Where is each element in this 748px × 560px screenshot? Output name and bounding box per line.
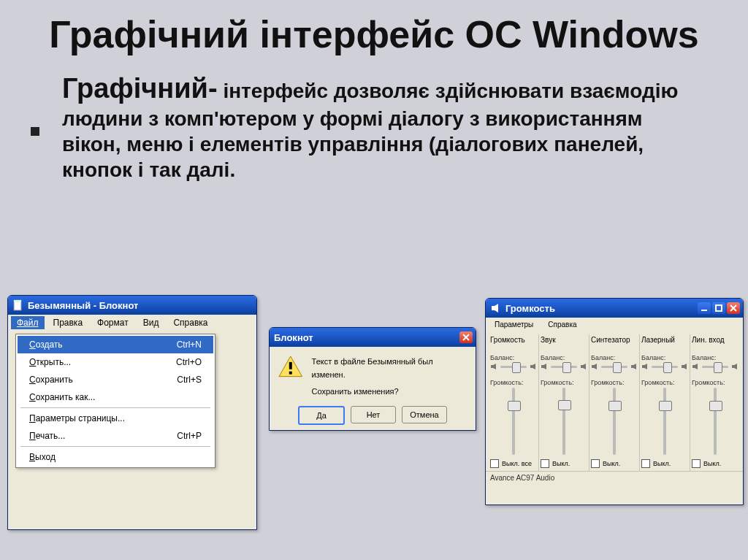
mixer-menu-options[interactable]: Параметры (489, 319, 539, 330)
volume-slider[interactable] (541, 388, 587, 455)
svg-rect-31 (732, 365, 734, 368)
volume-slider[interactable] (692, 388, 739, 455)
close-icon[interactable] (459, 331, 473, 343)
menu-item[interactable]: Открыть...Ctrl+O (18, 353, 213, 371)
balance-slider[interactable] (641, 363, 688, 370)
channel-name: Громкость (490, 336, 537, 344)
menu-help[interactable]: Справка (167, 316, 213, 329)
no-button[interactable]: Нет (351, 406, 396, 423)
svg-rect-23 (631, 365, 633, 368)
minimize-icon[interactable] (698, 302, 711, 314)
menu-item[interactable]: Параметры страницы... (18, 410, 213, 427)
presentation-slide: Графічний інтерфейс ОС Windows Графічний… (0, 0, 748, 560)
save-confirm-dialog: Блокнот Текст в файле Безымянный был изм… (269, 327, 476, 431)
svg-rect-5 (289, 362, 292, 369)
menu-item[interactable]: СоздатьCtrl+N (18, 336, 213, 353)
svg-marker-32 (734, 364, 737, 369)
mute-checkbox[interactable]: Выкл. (591, 459, 638, 468)
yes-button[interactable]: Да (298, 406, 345, 425)
balance-slider[interactable] (541, 363, 587, 370)
menu-file[interactable]: Файл (11, 316, 45, 329)
notepad-titlebar[interactable]: Безымянный - Блокнот (8, 296, 256, 315)
menu-item-label: Открыть... (29, 357, 71, 367)
mixer-channel: ЛазерныйБаланс:Громкость:Выкл. (640, 334, 690, 471)
slide-title: Графічний інтерфейс ОС Windows (0, 0, 748, 57)
volume-label: Громкость: (591, 379, 638, 386)
volume-mixer-window: Громкость Параметры Справка ГромкостьБал… (485, 298, 744, 505)
svg-marker-26 (644, 364, 647, 369)
mixer-channel: СинтезаторБаланс:Громкость:Выкл. (589, 334, 640, 471)
svg-rect-21 (592, 365, 594, 368)
menu-separator (20, 446, 210, 447)
svg-rect-27 (682, 365, 684, 368)
mute-checkbox[interactable]: Выкл. все (490, 459, 537, 468)
mixer-menu-help[interactable]: Справка (542, 319, 582, 330)
bullet-square (31, 127, 39, 136)
svg-rect-13 (491, 365, 493, 368)
menu-item[interactable]: СохранитьCtrl+S (18, 371, 213, 388)
menu-edit[interactable]: Правка (47, 316, 89, 329)
menu-item-shortcut: Ctrl+N (177, 340, 202, 350)
menu-item-label: Сохранить (29, 375, 73, 385)
menu-item-shortcut: Ctrl+O (176, 357, 202, 367)
balance-label: Баланс: (692, 354, 739, 361)
svg-rect-9 (701, 310, 707, 311)
maximize-icon[interactable] (712, 302, 725, 314)
volume-slider[interactable] (490, 388, 537, 455)
menu-item[interactable]: Выход (18, 448, 213, 466)
balance-label: Баланс: (591, 354, 638, 361)
svg-marker-30 (695, 364, 698, 369)
balance-slider[interactable] (692, 363, 739, 370)
mute-label: Выкл. (653, 460, 671, 467)
svg-rect-17 (541, 365, 543, 368)
slide-body: Графічний- інтерфейс дозволяє здійснюват… (62, 72, 704, 183)
notepad-title: Безымянный - Блокнот (28, 300, 253, 311)
svg-marker-14 (493, 364, 496, 369)
svg-marker-18 (543, 364, 546, 369)
volume-label: Громкость: (490, 379, 537, 386)
volume-slider[interactable] (591, 388, 638, 455)
menu-item-shortcut: Ctrl+P (177, 431, 202, 441)
menu-item-label: Выход (29, 452, 56, 462)
balance-label: Баланс: (641, 354, 688, 361)
mute-checkbox[interactable]: Выкл. (541, 459, 587, 468)
mixer-channels: ГромкостьБаланс:Громкость:Выкл. всеЗвукБ… (486, 331, 743, 471)
svg-rect-29 (692, 365, 695, 368)
volume-slider[interactable] (641, 388, 688, 455)
menu-item-label: Печать... (29, 431, 65, 441)
dialog-message: Текст в файле Безымянный был изменен. Со… (312, 356, 467, 399)
mute-label: Выкл. все (502, 460, 532, 467)
mute-checkbox[interactable]: Выкл. (641, 459, 688, 468)
menu-item-label: Создать (29, 340, 63, 350)
notepad-window: Безымянный - Блокнот Файл Правка Формат … (7, 295, 257, 530)
menu-item[interactable]: Сохранить как... (18, 388, 213, 406)
channel-name: Лин. вход (692, 336, 739, 344)
balance-label: Баланс: (541, 354, 587, 361)
channel-name: Синтезатор (591, 336, 638, 344)
svg-marker-16 (533, 364, 535, 369)
svg-marker-28 (684, 364, 687, 369)
mute-label: Выкл. (603, 460, 620, 467)
dialog-line2: Сохранить изменения? (312, 386, 467, 399)
balance-slider[interactable] (490, 363, 537, 370)
svg-rect-7 (492, 306, 495, 310)
mute-label: Выкл. (703, 460, 721, 467)
volume-label: Громкость: (541, 379, 587, 386)
speaker-icon (490, 302, 502, 314)
cancel-button[interactable]: Отмена (402, 406, 447, 423)
svg-marker-20 (583, 364, 586, 369)
menu-item-label: Параметры страницы... (29, 413, 125, 423)
warning-icon (278, 356, 303, 377)
menu-separator (20, 407, 210, 408)
menu-view[interactable]: Вид (137, 316, 165, 329)
mute-checkbox[interactable]: Выкл. (692, 459, 739, 468)
menu-item[interactable]: Печать...Ctrl+P (18, 427, 213, 445)
notepad-icon (12, 299, 24, 311)
close-icon[interactable] (727, 302, 740, 314)
balance-slider[interactable] (591, 363, 638, 370)
svg-rect-6 (289, 372, 292, 375)
dialog-titlebar[interactable]: Блокнот (270, 328, 476, 347)
mixer-titlebar[interactable]: Громкость (486, 299, 743, 318)
menu-item-label: Сохранить как... (29, 392, 95, 402)
menu-format[interactable]: Формат (91, 316, 134, 329)
